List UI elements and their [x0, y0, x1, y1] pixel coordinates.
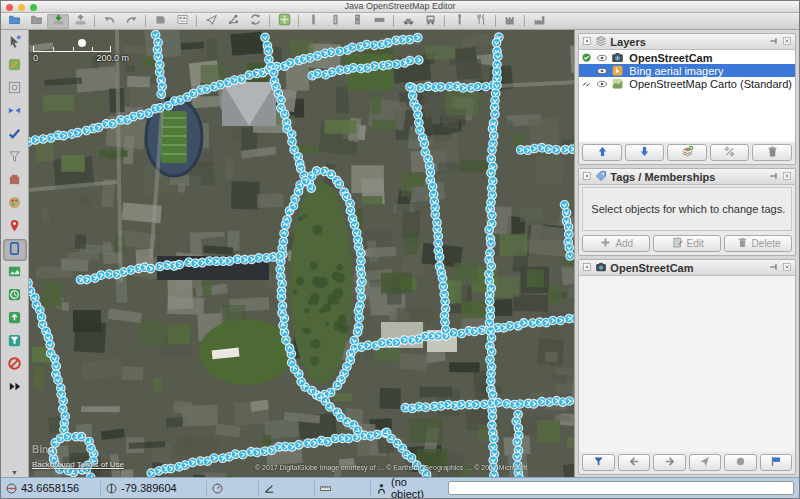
main-toolbar [1, 13, 799, 30]
layer-row-1[interactable]: Bing aerial imagery [579, 64, 795, 77]
imagery-button[interactable] [3, 262, 27, 284]
mode-select-button[interactable] [3, 32, 27, 54]
longitude-readout: -79.389604 [101, 481, 207, 496]
object-readout: (no object) [371, 481, 444, 496]
preset-restaurant-button[interactable] [470, 14, 492, 29]
layer-opacity-icon [723, 145, 736, 160]
upload-trace-button[interactable] [3, 308, 27, 330]
upload-data-icon [74, 12, 87, 30]
mode-draw-button[interactable] [3, 55, 27, 77]
mode-parallel-button[interactable] [3, 101, 27, 123]
imagery-icon [7, 264, 22, 283]
josm-window: Java OpenStreetMap Editor ▼ 0 200.0 m Bi… [0, 0, 800, 499]
undo-icon [103, 12, 116, 30]
preset-wall-button[interactable] [368, 14, 390, 29]
upload-trace-icon [7, 310, 22, 329]
arrow-right-button[interactable] [653, 454, 685, 471]
map-styles-button[interactable] [273, 14, 295, 29]
preset-castle-icon [504, 12, 517, 30]
refresh-sync-button[interactable] [244, 14, 266, 29]
preset-signal-button[interactable] [324, 14, 346, 29]
filter-green-button[interactable] [3, 331, 27, 353]
pin-panel-icon[interactable] [769, 262, 779, 274]
preset-car-icon [402, 12, 415, 30]
upload-data-button[interactable] [69, 14, 91, 29]
status-bar: 43.6658156 -79.389604 (no object) [1, 477, 799, 498]
merge-branch-button[interactable] [222, 14, 244, 29]
map-view[interactable]: 0 200.0 m Bing Background Terms of Use ©… [29, 30, 574, 477]
close-panel-icon[interactable] [782, 36, 792, 48]
undo-button[interactable] [98, 14, 120, 29]
opencam-mode-button[interactable] [3, 239, 27, 261]
locate-icon [698, 455, 711, 470]
history-button[interactable] [3, 285, 27, 307]
mode-check-button[interactable] [3, 124, 27, 146]
trash-button[interactable]: Delete [724, 235, 792, 252]
angle-icon [263, 482, 276, 495]
layer-row-0[interactable]: OpenStreetCam [579, 51, 795, 64]
preset-castle-button[interactable] [499, 14, 521, 29]
panel-collapse-icon[interactable] [582, 262, 592, 274]
preferences-button[interactable] [171, 14, 193, 29]
open-file-button[interactable] [3, 14, 25, 29]
title-bar: Java OpenStreetMap Editor [1, 1, 799, 13]
layer-row-2[interactable]: OpenStreetMap Carto (Standard) [579, 77, 795, 90]
preset-bus-button[interactable] [419, 14, 441, 29]
mode-zoom-icon [7, 80, 22, 99]
layer-label: OpenStreetCam [626, 52, 715, 64]
tags-message: Select objects for which to change tags. [582, 187, 792, 231]
layer-down-button[interactable] [625, 144, 665, 161]
minimize-window-icon[interactable] [18, 4, 25, 11]
close-window-icon[interactable] [6, 4, 13, 11]
save-icon [30, 12, 43, 30]
pin-panel-icon[interactable] [769, 171, 779, 183]
arrow-left-button[interactable] [618, 454, 650, 471]
close-panel-icon[interactable] [782, 262, 792, 274]
close-panel-icon[interactable] [782, 171, 792, 183]
preset-gate-button[interactable] [302, 14, 324, 29]
mode-zoom-button[interactable] [3, 78, 27, 100]
record-dot-button[interactable] [724, 454, 756, 471]
preset-works-button[interactable] [528, 14, 550, 29]
save-button[interactable] [25, 14, 47, 29]
panel-collapse-icon[interactable] [582, 171, 592, 183]
search-button[interactable] [200, 14, 222, 29]
locate-button[interactable] [689, 454, 721, 471]
sidebar-scroll-down-icon[interactable]: ▼ [1, 469, 28, 476]
download-data-button[interactable] [47, 14, 69, 29]
layer-up-button[interactable] [582, 144, 622, 161]
background-terms-link[interactable]: Background Terms of Use [32, 460, 124, 469]
marker-pin-button[interactable] [3, 216, 27, 238]
skip-button[interactable] [3, 377, 27, 399]
preset-hydrant-button[interactable] [448, 14, 470, 29]
eye-icon[interactable] [594, 52, 609, 64]
layer-opacity-button[interactable] [710, 144, 750, 161]
eye-icon[interactable] [594, 65, 609, 77]
filter-blue-button[interactable] [582, 454, 614, 471]
paste-tags-button[interactable] [149, 14, 171, 29]
layer-duplicate-button[interactable] [667, 144, 707, 161]
no-entry-button[interactable] [3, 354, 27, 376]
status-search-field[interactable] [448, 481, 794, 495]
opencam-panel: OpenStreetCam [578, 259, 796, 475]
zoom-window-icon[interactable] [30, 4, 37, 11]
eye-icon[interactable] [594, 78, 609, 90]
pin-panel-icon[interactable] [769, 36, 779, 48]
flag-button[interactable] [760, 454, 792, 471]
opencam-toolbar [579, 452, 795, 474]
skip-icon [7, 379, 22, 398]
edit-toolbar: ▼ [1, 30, 29, 477]
layer-delete-button[interactable] [752, 144, 792, 161]
toolbar-separator [269, 15, 270, 27]
redo-button[interactable] [120, 14, 142, 29]
edit-button[interactable]: Edit [653, 235, 721, 252]
preset-elevator-button[interactable] [346, 14, 368, 29]
style-palette-button[interactable] [3, 193, 27, 215]
mode-delete-button[interactable] [3, 170, 27, 192]
panel-collapse-icon[interactable] [582, 36, 592, 48]
mode-improve-button[interactable] [3, 147, 27, 169]
opencam-panel-icon [595, 261, 607, 275]
plus-button[interactable]: Add [582, 235, 650, 252]
heading-icon [211, 482, 224, 495]
preset-car-button[interactable] [397, 14, 419, 29]
